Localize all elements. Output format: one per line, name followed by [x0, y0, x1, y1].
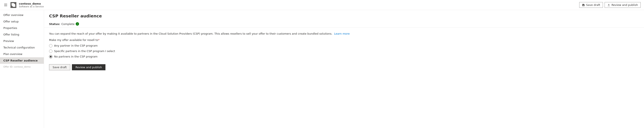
sidebar-item-offer-listing-label: Offer listing	[3, 33, 19, 36]
radio-no-partners[interactable]: No partners in the CSP program	[49, 55, 639, 58]
section-label-text: Make my offer available for resell to	[49, 38, 98, 42]
description-body: You can expand the reach of your offer b…	[49, 32, 332, 35]
section-label: Make my offer available for resell to*	[49, 38, 639, 42]
status-bar: Status: Complete ✓	[49, 20, 639, 27]
sidebar-item-offer-setup-label: Offer setup	[3, 20, 19, 23]
sidebar-item-plan-overview[interactable]: Plan overview	[0, 51, 44, 57]
sidebar-item-offer-overview[interactable]: Offer overview	[0, 12, 44, 18]
learn-more-link[interactable]: Learn more	[334, 32, 350, 35]
app-name-block: contoso_demo Software as a Service	[19, 2, 44, 8]
save-draft-button[interactable]: Save draft	[49, 64, 70, 70]
radio-group: Any partner in the CSP program Specific …	[49, 44, 639, 58]
app-logo	[10, 2, 16, 8]
sidebar-item-properties[interactable]: Properties	[0, 25, 44, 31]
page-content: You can expand the reach of your offer b…	[44, 28, 644, 128]
app-name-title: contoso_demo	[19, 2, 44, 5]
sidebar-item-offer-overview-label: Offer overview	[3, 14, 24, 16]
radio-any-partner-label: Any partner in the CSP program	[54, 44, 98, 47]
sidebar-item-technical-configuration-label: Technical configuration	[3, 46, 35, 49]
header-review-publish-button[interactable]: Review and publish	[604, 2, 641, 8]
app-logo-icon	[12, 3, 15, 7]
status-label: Status:	[49, 22, 60, 26]
content-area: CSP Reseller audience Status: Complete ✓…	[44, 10, 644, 128]
radio-any-partner-input[interactable]	[49, 44, 52, 48]
main-layout: Offer overview Offer setup Properties Of…	[0, 10, 644, 128]
header-review-publish-label: Review and publish	[612, 3, 638, 6]
sidebar-item-offer-setup[interactable]: Offer setup	[0, 18, 44, 25]
sidebar: Offer overview Offer setup Properties Of…	[0, 10, 44, 128]
header-right: Save draft Review and publish	[579, 2, 641, 8]
sidebar-item-offer-listing[interactable]: Offer listing	[0, 31, 44, 38]
sidebar-item-csp-reseller-audience-label: CSP Reseller audience	[3, 59, 38, 62]
header-save-draft-label: Save draft	[586, 3, 600, 6]
sidebar-item-plan-overview-label: Plan overview	[3, 52, 22, 56]
radio-no-partners-label: No partners in the CSP program	[54, 55, 98, 58]
radio-specific-partners-input[interactable]	[49, 50, 52, 53]
sidebar-item-technical-configuration[interactable]: Technical configuration	[0, 44, 44, 51]
sidebar-item-properties-label: Properties	[3, 26, 17, 30]
action-buttons: Save draft Review and publish	[49, 64, 639, 70]
status-value: Complete	[62, 22, 75, 26]
sidebar-item-csp-reseller-audience[interactable]: CSP Reseller audience	[0, 57, 44, 64]
page-title: CSP Reseller audience	[49, 14, 639, 18]
description-text: You can expand the reach of your offer b…	[49, 32, 639, 36]
sidebar-offer-id-text: Offer ID: contoso_demo	[3, 66, 30, 68]
app-name-subtitle: Software as a Service	[19, 5, 44, 8]
sidebar-offer-id: Offer ID: contoso_demo	[0, 64, 44, 70]
radio-specific-partners-label: Specific partners in the CSP program I s…	[54, 50, 115, 53]
radio-no-partners-input[interactable]	[49, 55, 52, 58]
radio-specific-partners[interactable]: Specific partners in the CSP program I s…	[49, 50, 639, 53]
status-complete-icon: ✓	[76, 22, 79, 26]
top-header: contoso_demo Software as a Service Save …	[0, 0, 644, 10]
header-save-draft-button[interactable]: Save draft	[579, 2, 603, 8]
required-star: *	[98, 38, 100, 42]
hamburger-button[interactable]	[3, 3, 8, 7]
save-icon	[582, 4, 585, 6]
page-header: CSP Reseller audience Status: Complete ✓	[44, 10, 644, 28]
sidebar-item-preview[interactable]: Preview	[0, 38, 44, 44]
review-publish-button[interactable]: Review and publish	[72, 64, 106, 70]
header-left: contoso_demo Software as a Service	[3, 2, 44, 8]
publish-icon	[607, 4, 610, 6]
radio-any-partner[interactable]: Any partner in the CSP program	[49, 44, 639, 48]
sidebar-item-preview-label: Preview	[3, 40, 14, 42]
